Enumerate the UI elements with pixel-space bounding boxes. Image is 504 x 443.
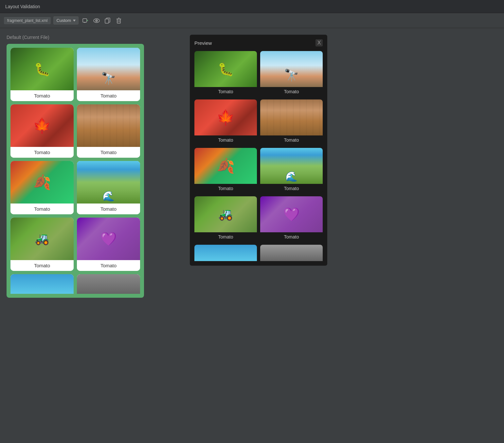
- card-image-wooden-bar: [77, 104, 140, 147]
- list-item: Tomato: [260, 99, 323, 145]
- left-grid-container: Tomato Tomato Tomato Tomato: [7, 44, 144, 298]
- preview-card-grid: Tomato Tomato Tomato Tomato: [194, 51, 323, 241]
- list-item: Tomato: [10, 104, 74, 158]
- preview-image-purple-water: [260, 196, 323, 232]
- preview-image-wooden-bar: [260, 99, 323, 135]
- preview-card-label: Tomato: [194, 184, 257, 193]
- preview-title: Preview: [194, 40, 212, 46]
- svg-rect-0: [83, 19, 87, 22]
- list-item: Tomato: [10, 48, 74, 101]
- custom-dropdown[interactable]: Custom: [53, 16, 79, 25]
- card-image-aerial-farm: [10, 218, 74, 260]
- list-item-partial: [10, 274, 74, 294]
- list-item: Tomato: [77, 104, 140, 158]
- preview-card-label: Tomato: [260, 87, 323, 96]
- svg-rect-9: [105, 19, 109, 23]
- card-image-telescope: [77, 48, 140, 90]
- card-label: Tomato: [77, 204, 140, 214]
- preview-image-caterpillar: [194, 51, 257, 87]
- card-label: Tomato: [77, 260, 140, 271]
- close-preview-button[interactable]: X: [315, 39, 323, 46]
- card-image-caterpillar: [10, 48, 74, 90]
- right-panel: Preview X Tomato Tomato Tomato: [190, 35, 331, 436]
- list-item: Tomato: [77, 218, 140, 271]
- card-image-coast: [77, 161, 140, 204]
- preview-image-aerial-farm: [194, 196, 257, 232]
- svg-rect-10: [117, 19, 120, 23]
- delete-button[interactable]: [115, 16, 123, 25]
- list-item-partial: [77, 274, 140, 294]
- list-item: Tomato: [260, 196, 323, 241]
- list-item: Tomato: [260, 51, 323, 96]
- preview-container: Preview X Tomato Tomato Tomato: [190, 35, 327, 266]
- copy-button[interactable]: [103, 16, 112, 25]
- card-label: Tomato: [77, 90, 140, 101]
- preview-card-label: Tomato: [194, 232, 257, 241]
- partial-bottom-row: [10, 274, 140, 294]
- preview-card-label: Tomato: [194, 87, 257, 96]
- preview-eye-button[interactable]: [92, 16, 101, 25]
- card-label: Tomato: [10, 90, 74, 101]
- add-device-button[interactable]: [81, 16, 90, 25]
- svg-point-7: [96, 20, 97, 21]
- card-label: Tomato: [10, 260, 74, 271]
- card-label: Tomato: [77, 147, 140, 158]
- list-item: Tomato: [77, 161, 140, 214]
- list-item: Tomato: [77, 48, 140, 101]
- card-label: Tomato: [10, 147, 74, 158]
- preview-card-label: Tomato: [194, 135, 257, 145]
- app-title: Layout Validation: [5, 4, 40, 9]
- left-panel-title: Default (Current File): [7, 35, 177, 40]
- card-image-purple-water: [77, 218, 140, 260]
- preview-image-leaf-close: [194, 148, 257, 184]
- list-item: Tomato: [10, 161, 74, 214]
- card-image-leaf-close: [10, 161, 74, 204]
- chevron-down-icon: [73, 20, 76, 22]
- left-card-grid: Tomato Tomato Tomato Tomato: [10, 48, 140, 271]
- card-label: Tomato: [10, 204, 74, 214]
- preview-partial-bottom-row: [194, 245, 323, 261]
- toolbar: fragment_plant_list.xml Custom: [0, 13, 504, 28]
- preview-image-coast: [260, 148, 323, 184]
- left-panel: Default (Current File) Tomato Tomato Tom…: [7, 35, 177, 436]
- preview-card-label: Tomato: [260, 135, 323, 145]
- list-item: Tomato: [194, 148, 257, 193]
- card-image-red-leaves: [10, 104, 74, 147]
- list-item: Tomato: [194, 99, 257, 145]
- list-item: Tomato: [260, 148, 323, 193]
- list-item: Tomato: [10, 218, 74, 271]
- preview-header: Preview X: [194, 39, 323, 46]
- main-content: Default (Current File) Tomato Tomato Tom…: [0, 28, 504, 443]
- list-item-partial: [194, 245, 257, 261]
- preview-card-label: Tomato: [260, 232, 323, 241]
- preview-image-telescope: [260, 51, 323, 87]
- list-item: Tomato: [194, 196, 257, 241]
- preview-card-label: Tomato: [260, 184, 323, 193]
- file-tab[interactable]: fragment_plant_list.xml: [4, 17, 51, 24]
- list-item: Tomato: [194, 51, 257, 96]
- title-bar: Layout Validation: [0, 0, 504, 13]
- custom-dropdown-label: Custom: [56, 18, 71, 23]
- list-item-partial: [260, 245, 323, 261]
- preview-image-red-leaves: [194, 99, 257, 135]
